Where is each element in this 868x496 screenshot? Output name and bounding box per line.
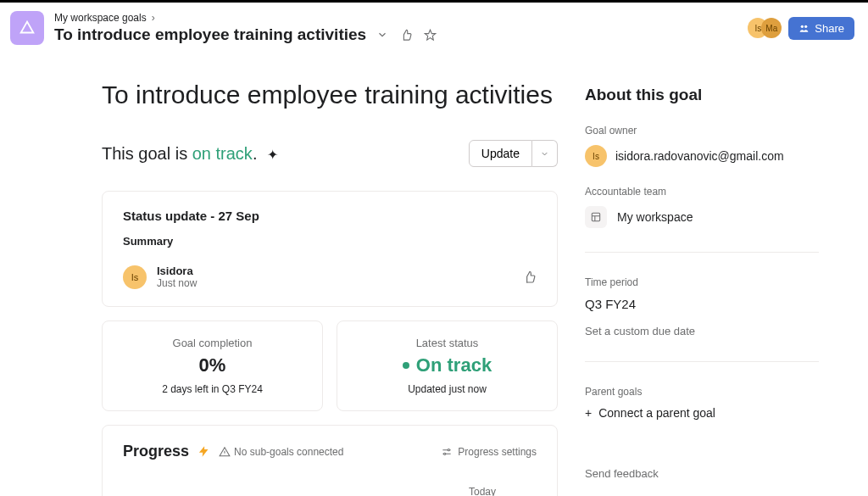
status-prefix: This goal is xyxy=(102,144,192,163)
today-label: Today xyxy=(123,486,537,496)
svg-point-0 xyxy=(801,25,804,27)
like-icon[interactable] xyxy=(398,27,414,42)
status-dot-icon xyxy=(403,362,409,369)
status-suffix: . xyxy=(253,144,258,163)
share-button-label: Share xyxy=(815,22,844,35)
progress-header: Progress No sub-goals connected Progress… xyxy=(123,443,537,460)
chevron-down-icon[interactable] xyxy=(375,27,390,42)
latest-status-value: On track xyxy=(358,354,537,376)
team-row[interactable]: My workspace xyxy=(585,206,819,228)
star-icon[interactable] xyxy=(422,27,437,42)
bolt-icon xyxy=(198,445,210,458)
topbar: My workspace goals › To introduce employ… xyxy=(0,3,868,57)
svg-point-1 xyxy=(804,25,807,27)
parent-goals-section: Parent goals + Connect a parent goal xyxy=(585,386,819,443)
plus-icon: + xyxy=(585,406,592,420)
latest-status-card[interactable]: Latest status On track Updated just now xyxy=(337,320,558,411)
completion-sub: 2 days left in Q3 FY24 xyxy=(123,383,302,395)
title-row: To introduce employee training activitie… xyxy=(54,25,737,44)
like-icon[interactable] xyxy=(523,270,537,284)
svg-point-3 xyxy=(444,453,446,454)
set-custom-date-link[interactable]: Set a custom due date xyxy=(585,325,819,337)
page-title: To introduce employee training activitie… xyxy=(54,25,366,44)
author-time: Just now xyxy=(157,277,513,289)
goal-type-icon xyxy=(10,11,44,45)
author-name: Isidora xyxy=(157,265,513,277)
status-value: on track xyxy=(192,144,253,163)
main-content: To introduce employee training activitie… xyxy=(0,57,868,496)
owner-label: Goal owner xyxy=(585,125,819,137)
progress-card: Progress No sub-goals connected Progress… xyxy=(102,425,558,496)
time-period-section: Time period Q3 FY24 Set a custom due dat… xyxy=(585,276,819,362)
owner-email: isidora.radovanovic@gmail.com xyxy=(615,149,784,163)
stat-cards-row: Goal completion 0% 2 days left in Q3 FY2… xyxy=(102,320,558,411)
owner-avatar: Is xyxy=(585,145,607,167)
latest-status-sub: Updated just now xyxy=(358,383,537,395)
summary-label: Summary xyxy=(123,235,537,248)
update-button-group: Update xyxy=(469,140,558,167)
stat-label: Goal completion xyxy=(123,337,302,349)
goal-completion-card[interactable]: Goal completion 0% 2 days left in Q3 FY2… xyxy=(102,320,323,411)
team-icon xyxy=(585,206,607,228)
status-update-card[interactable]: Status update - 27 Sep Summary Is Isidor… xyxy=(102,191,558,307)
period-value[interactable]: Q3 FY24 xyxy=(585,297,819,311)
breadcrumb: My workspace goals › xyxy=(54,12,737,24)
owner-section: Goal owner Is isidora.radovanovic@gmail.… xyxy=(585,125,819,253)
progress-settings-button[interactable]: Progress settings xyxy=(441,446,537,458)
collaborator-avatar[interactable]: Ma xyxy=(761,18,782,38)
share-button[interactable]: Share xyxy=(788,17,854,40)
goal-status-line: This goal is on track. ✦ xyxy=(102,144,278,164)
topbar-right: Is Ma Share xyxy=(748,17,854,40)
no-subgoals-warning: No sub-goals connected xyxy=(219,446,343,458)
update-dropdown-button[interactable] xyxy=(532,140,558,167)
update-button[interactable]: Update xyxy=(469,140,532,167)
status-row: This goal is on track. ✦ Update xyxy=(102,140,558,167)
author-row: Is Isidora Just now xyxy=(123,265,537,289)
status-update-heading: Status update - 27 Sep xyxy=(123,209,537,223)
stat-label: Latest status xyxy=(358,337,537,349)
goal-title-heading: To introduce employee training activitie… xyxy=(102,81,558,109)
svg-rect-4 xyxy=(592,213,599,220)
parent-goals-label: Parent goals xyxy=(585,386,819,398)
send-feedback-link[interactable]: Send feedback xyxy=(585,467,819,480)
author-avatar: Is xyxy=(123,265,147,289)
breadcrumb-parent-link[interactable]: My workspace goals xyxy=(54,12,147,24)
main-left: To introduce employee training activitie… xyxy=(0,81,585,496)
breadcrumb-area: My workspace goals › To introduce employ… xyxy=(54,12,737,44)
completion-value: 0% xyxy=(123,354,302,376)
progress-chart: Today 100% xyxy=(123,477,537,496)
svg-point-2 xyxy=(448,449,449,450)
sparkle-icon: ✦ xyxy=(267,148,278,162)
team-label: Accountable team xyxy=(585,186,819,198)
about-sidebar: About this goal Goal owner Is isidora.ra… xyxy=(585,81,839,496)
team-name: My workspace xyxy=(617,210,693,224)
breadcrumb-separator: › xyxy=(152,12,155,24)
period-label: Time period xyxy=(585,276,819,288)
owner-row[interactable]: Is isidora.radovanovic@gmail.com xyxy=(585,145,819,167)
about-title: About this goal xyxy=(585,86,819,104)
connect-parent-goal-button[interactable]: + Connect a parent goal xyxy=(585,406,819,420)
progress-title: Progress xyxy=(123,443,189,460)
